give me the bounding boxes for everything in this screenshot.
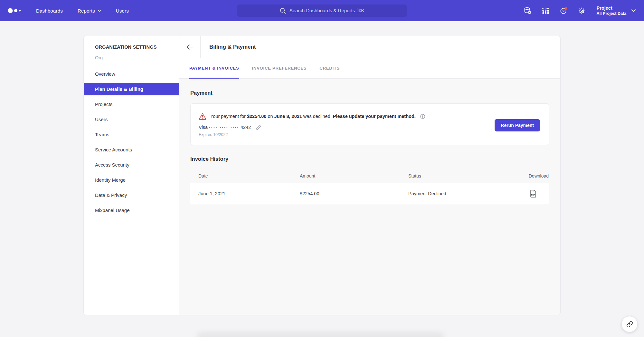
sidebar-item-access-security[interactable]: Access Security (84, 157, 179, 172)
top-nav: Dashboards Reports Users Search Dashboar… (0, 0, 644, 21)
sidebar-section-title: ORGANIZATION SETTINGS (95, 44, 179, 51)
warning-icon (199, 113, 206, 120)
invoice-date-cell: June 1, 2021 (190, 191, 300, 196)
alert-action: Please update your payment method. (333, 114, 416, 119)
card-last4: 4242 (241, 125, 251, 130)
sidebar-item-users[interactable]: Users (84, 112, 179, 127)
data-management-icon[interactable] (523, 6, 532, 15)
billing-content: Billing & Payment PAYMENT & INVOICES INV… (179, 36, 560, 315)
mixpanel-logo-dots (8, 8, 23, 14)
payment-alert-card: Your payment for $2254.00 on June 8, 202… (190, 103, 549, 145)
org-name: Org (95, 54, 179, 61)
back-button[interactable] (179, 36, 201, 58)
payment-alert-body: Your payment for $2254.00 on June 8, 202… (199, 113, 426, 138)
settings-panel: ORGANIZATION SETTINGS Org Overview Plan … (84, 36, 560, 315)
project-label: Project (597, 5, 626, 11)
invoice-table: Date Amount Status Download June 1, 2021… (190, 168, 549, 204)
nav-item-dashboards-label: Dashboards (36, 8, 63, 14)
offscreen-card-shadow (197, 332, 444, 337)
declined-alert-row: Your payment for $2254.00 on June 8, 202… (199, 113, 426, 120)
tab-payment-invoices[interactable]: PAYMENT & INVOICES (189, 58, 239, 78)
column-header-amount: Amount (300, 173, 408, 178)
sidebar-item-projects[interactable]: Projects (84, 97, 179, 112)
back-arrow-icon (186, 44, 194, 50)
info-icon[interactable] (420, 113, 426, 120)
search-placeholder: Search Dashboards & Reports ⌘K (289, 8, 365, 14)
copy-link-fab[interactable] (621, 316, 638, 332)
card-on-file-row: Visa ···· ···· ···· 4242 (199, 124, 426, 131)
edit-pencil-icon[interactable] (255, 124, 261, 130)
project-switcher[interactable]: Project All Project Data (597, 5, 636, 16)
alert-date: June 8, 2021 (274, 114, 302, 119)
payment-invoices-panel: Payment Your payment for $2254.00 on Jun… (179, 79, 560, 315)
nav-item-users-label: Users (116, 8, 129, 14)
nav-item-reports-label: Reports (78, 8, 95, 14)
alert-suffix: was declined. (302, 114, 333, 119)
sidebar-list: Overview Plan Details & Billing Projects… (84, 66, 179, 218)
sidebar-item-service-accounts[interactable]: Service Accounts (84, 142, 179, 157)
card-on-file: Visa ···· ···· ···· 4242 (199, 124, 251, 131)
invoice-table-header: Date Amount Status Download (190, 168, 549, 183)
nav-links: Dashboards Reports Users (36, 8, 129, 14)
sidebar-item-identity-merge[interactable]: Identity Merge (84, 172, 179, 188)
pdf-file-icon: PDF (530, 190, 536, 197)
tab-invoice-preferences[interactable]: INVOICE PREFERENCES (252, 58, 307, 78)
nav-item-reports[interactable]: Reports (78, 8, 101, 14)
column-header-status: Status (408, 173, 514, 178)
card-brand: Visa (199, 125, 208, 130)
download-pdf-button[interactable]: PDF (530, 190, 536, 197)
sidebar-item-teams[interactable]: Teams (84, 127, 179, 142)
table-row: June 1, 2021 $2254.00 Payment Declined P… (190, 183, 549, 204)
column-header-date: Date (190, 173, 300, 178)
page-title: Billing & Payment (201, 36, 256, 58)
sidebar-item-data-privacy[interactable]: Data & Privacy (84, 188, 179, 203)
project-value: All Project Data (597, 11, 626, 16)
payment-section-title: Payment (190, 89, 549, 97)
card-masked-digits: ···· ···· ···· (209, 125, 239, 130)
org-settings-sidebar: ORGANIZATION SETTINGS Org Overview Plan … (84, 36, 179, 315)
search-icon (280, 8, 286, 14)
svg-text:PDF: PDF (531, 194, 535, 196)
alert-prefix: Your payment for (210, 114, 247, 119)
settings-gear-icon[interactable] (577, 6, 586, 15)
chevron-down-icon (98, 10, 101, 12)
invoice-history-title: Invoice History (190, 155, 549, 163)
declined-alert-text: Your payment for $2254.00 on June 8, 202… (210, 113, 416, 120)
nav-right: ? Project All Project Data (523, 5, 636, 16)
sidebar-item-mixpanel-usage[interactable]: Mixpanel Usage (84, 203, 179, 218)
alert-amount: $2254.00 (247, 114, 266, 119)
sidebar-item-plan-details-billing[interactable]: Plan Details & Billing (84, 83, 179, 95)
svg-text:?: ? (562, 9, 564, 13)
search-input[interactable]: Search Dashboards & Reports ⌘K (237, 5, 407, 17)
invoice-download-cell: PDF (514, 190, 549, 197)
invoice-status-cell: Payment Declined (408, 191, 514, 196)
content-header: Billing & Payment (179, 36, 560, 58)
column-header-download: Download (514, 173, 549, 178)
nav-item-dashboards[interactable]: Dashboards (36, 8, 63, 14)
tab-bar: PAYMENT & INVOICES INVOICE PREFERENCES C… (179, 58, 560, 79)
link-icon (626, 321, 633, 328)
mixpanel-logo[interactable] (8, 8, 23, 14)
help-icon[interactable]: ? (559, 6, 568, 15)
sidebar-item-overview[interactable]: Overview (84, 66, 179, 82)
tab-credits[interactable]: CREDITS (319, 58, 340, 78)
chevron-down-icon (631, 9, 636, 12)
alert-mid: on (266, 114, 274, 119)
notification-badge (564, 7, 567, 10)
invoice-amount-cell: $2254.00 (300, 191, 408, 196)
card-expiry: Expires 10/2022 (199, 132, 426, 138)
nav-item-users[interactable]: Users (116, 8, 129, 14)
rerun-payment-button[interactable]: Rerun Payment (495, 119, 540, 131)
apps-grid-icon[interactable] (541, 6, 550, 15)
